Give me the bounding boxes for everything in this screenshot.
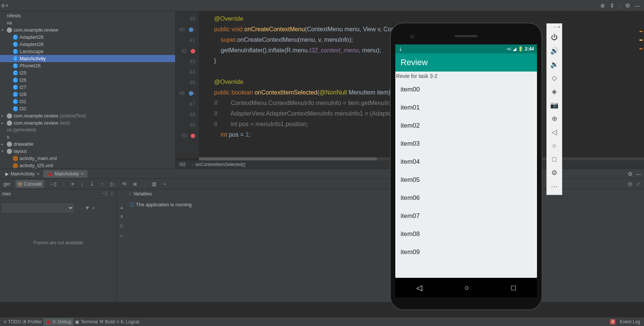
volume-up-icon[interactable]: 🔊 (548, 44, 561, 58)
console-tab[interactable]: ▤ Console (15, 180, 44, 188)
status-build[interactable]: ⚒Build (99, 318, 115, 326)
tree-item-activity-t25-xml[interactable]: activity_t25.xml (0, 162, 175, 169)
evaluate-icon[interactable]: ≣ (131, 180, 139, 187)
list-item[interactable]: item07 (395, 207, 537, 225)
tree-item-layout[interactable]: ▾layout (0, 148, 175, 155)
settings-icon[interactable]: ⚙ (548, 166, 561, 180)
tree-item-t32[interactable]: Ct32 (0, 105, 175, 112)
overview-icon[interactable]: □ (548, 152, 561, 166)
tree-item-phonet26[interactable]: CPhonet26 (0, 62, 175, 69)
status-terminal[interactable]: ▣Terminal (75, 318, 98, 326)
rotate-right-icon[interactable]: ◈ (548, 85, 561, 98)
view-mode-dropdown[interactable]: d (2, 3, 8, 8)
tree-item-adaptert26[interactable]: CAdaptert26 (0, 34, 175, 41)
tree-item-landscape[interactable]: CLandscape (0, 48, 175, 55)
add-frame-icon[interactable]: ＋ (91, 205, 96, 211)
tree-item-t28[interactable]: Ct28 (0, 91, 175, 98)
list-item[interactable]: item01 (395, 99, 537, 117)
window-close-icon[interactable]: ✕ (558, 25, 561, 30)
force-step-icon[interactable]: ⤓ (88, 180, 96, 187)
back-icon[interactable]: ◁ (416, 283, 422, 292)
breadcrumb-0[interactable]: t32 (179, 162, 186, 167)
editor-gutter[interactable]: 3940 ↑4142 43444546 ↑47484950 (176, 11, 199, 158)
tree-item-va-generated-[interactable]: va (generated) (0, 126, 175, 133)
breadcrumb-1[interactable]: onContextItemSelected() (190, 162, 246, 167)
up-icon[interactable]: ▲ (119, 204, 124, 210)
run-tab-1[interactable]: 🐞 MainActivity ✕ (43, 170, 87, 178)
list-item[interactable]: item06 (395, 189, 537, 207)
close-icon[interactable]: ✕ (81, 172, 84, 176)
tree-item-com-example-review[interactable]: ▾com.example.review (0, 26, 175, 34)
tree-item-mainactivity[interactable]: CMainActivity (0, 55, 175, 62)
tree-item-t26[interactable]: Ct26 (0, 76, 175, 84)
list-item[interactable]: item03 (395, 135, 537, 153)
minimize-icon[interactable]: — (636, 171, 641, 177)
run-to-cursor-icon[interactable]: ▯↓ (108, 180, 117, 187)
list-item[interactable]: item02 (395, 117, 537, 135)
step-over-icon[interactable]: ≡ (69, 180, 76, 187)
minimize-icon[interactable]: — (635, 2, 640, 9)
thread-selector[interactable] (2, 204, 74, 212)
tree-item-com-example-review[interactable]: ▸com.example.review (test) (0, 119, 175, 126)
settings-icon[interactable]: ⫞ (161, 180, 168, 187)
status-6-logcat[interactable]: ≡6: Logcat (116, 318, 139, 326)
list-item[interactable]: item08 (395, 225, 537, 243)
next-frame-icon[interactable]: ↓ (81, 206, 83, 211)
more-icon[interactable]: ⋯ (548, 180, 561, 193)
tree-item-t25[interactable]: Ct25 (0, 69, 175, 76)
phone-screen[interactable]: ⭳ 4G ◢ 🔋 2:44 Review Revie for task 3-2 … (395, 44, 537, 278)
debug-pane-tool-icons[interactable]: ⚙ — (628, 171, 644, 177)
status-todo[interactable]: ≡TODO (4, 318, 21, 326)
debugger-tab-label[interactable]: ger (2, 180, 12, 187)
prev-frame-icon[interactable]: ↑ (76, 206, 78, 211)
add-icon[interactable]: ＋ (110, 190, 114, 197)
window-minimize-icon[interactable]: — (554, 25, 557, 30)
drop-frame-icon[interactable]: ⟲ (120, 180, 128, 187)
down-icon[interactable]: ▼ (119, 214, 124, 219)
collapse-icon[interactable]: ⇕ (610, 2, 615, 9)
camera-icon[interactable]: 📷 (548, 98, 561, 112)
list-item[interactable]: item09 (395, 243, 537, 261)
tree-item-adaptert28[interactable]: CAdaptert28 (0, 41, 175, 48)
power-icon[interactable]: ⏻ (548, 30, 561, 44)
volume-down-icon[interactable]: 🔉 (548, 58, 561, 71)
rotate-left-icon[interactable]: ◇ (548, 71, 561, 85)
layout-icon[interactable]: ▥ (150, 180, 158, 187)
link-icon[interactable]: ∞ (120, 233, 123, 238)
recents-icon[interactable]: □ (511, 283, 516, 292)
gear-icon[interactable]: ⚙ (628, 171, 633, 177)
layout-toggle-icon[interactable]: ▤ (628, 181, 632, 187)
target-icon[interactable]: ⊕ (600, 2, 605, 9)
tree-item-nifests[interactable]: nifests (0, 12, 175, 19)
tree-item-drawable[interactable]: ▸drawable (0, 140, 175, 148)
home-icon[interactable]: ○ (464, 283, 469, 292)
tree-item-com-example-review[interactable]: ▸com.example.review (androidTest) (0, 112, 175, 119)
error-count-badge[interactable]: 4 (610, 319, 615, 324)
tree-item-t31[interactable]: Ct31 (0, 98, 175, 105)
step-toggle-icon[interactable]: →▯ (47, 180, 58, 187)
status-5-debug[interactable]: 🐞5: Debug (43, 318, 73, 326)
run-tab-0[interactable]: ▶ MainActivity ✕ (2, 170, 43, 178)
list-item[interactable]: item00 (395, 81, 537, 99)
filter-icon[interactable]: ⧩ (85, 206, 89, 211)
project-tree-pane: nifestsva▾com.example.reviewCAdaptert26C… (0, 11, 176, 169)
step-out-icon[interactable]: ↑ (99, 180, 106, 187)
list-item[interactable]: item04 (395, 153, 537, 171)
tree-item-activity-main-xml[interactable]: activity_main.xml (0, 155, 175, 162)
tree-item-t27[interactable]: Ct27 (0, 84, 175, 91)
zoom-icon[interactable]: ⊕ (548, 112, 561, 125)
home-icon[interactable]: ○ (548, 139, 561, 152)
tree-item-va[interactable]: va (0, 19, 175, 26)
tree-item-s[interactable]: s (0, 133, 175, 140)
gear-icon[interactable]: ⚙ (625, 2, 630, 9)
pin-icon[interactable]: →▯ (100, 190, 107, 197)
list-item[interactable]: item05 (395, 171, 537, 189)
event-log-button[interactable]: Event Log (620, 319, 640, 324)
restore-icon[interactable]: ⤢ (636, 181, 640, 187)
back-icon[interactable]: ◁ (548, 125, 561, 139)
step-into-icon[interactable]: ↓ (79, 180, 85, 187)
status-profiler[interactable]: ◔Profiler (22, 318, 42, 326)
close-icon[interactable]: ✕ (37, 172, 40, 176)
copy-icon[interactable]: ⎘ (120, 223, 123, 229)
review-list[interactable]: item00item01item02item03item04item05item… (395, 81, 537, 278)
